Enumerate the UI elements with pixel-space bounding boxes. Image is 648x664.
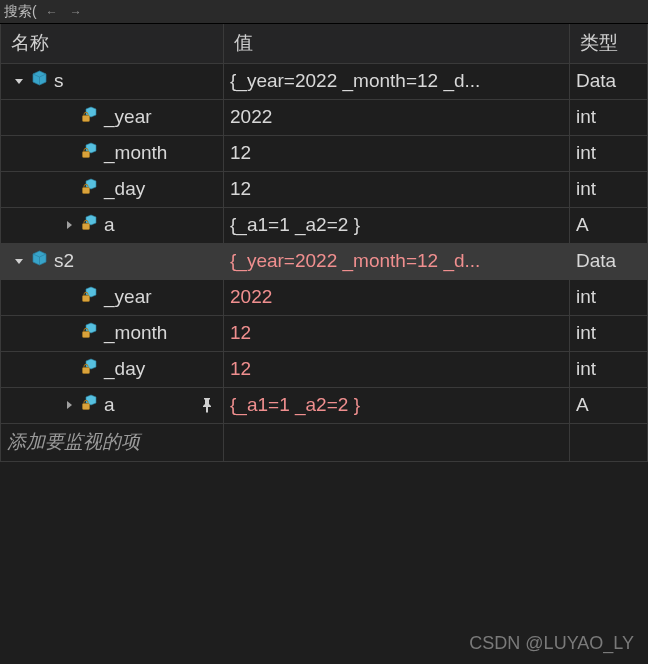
variable-name-label: a [104, 394, 115, 416]
type-cell: int [570, 100, 648, 136]
type-cell: int [570, 280, 648, 316]
private-field-icon [81, 322, 98, 344]
value-cell[interactable]: {_year=2022 _month=12 _d... [224, 64, 570, 100]
variable-name-label: a [104, 214, 115, 236]
value-cell[interactable]: 2022 [224, 280, 570, 316]
variable-name-label: _month [104, 322, 167, 344]
variable-name-label: _month [104, 142, 167, 164]
value-text: 12 [230, 322, 251, 344]
struct-icon [31, 250, 48, 272]
type-text: int [576, 286, 596, 308]
value-text: {_year=2022 _month=12 _d... [230, 250, 480, 272]
name-cell[interactable]: _month [1, 136, 224, 172]
type-text: int [576, 358, 596, 380]
private-field-icon [81, 106, 98, 128]
private-field-icon [81, 394, 98, 416]
value-cell[interactable]: 12 [224, 136, 570, 172]
type-text: int [576, 142, 596, 164]
type-text: int [576, 178, 596, 200]
type-cell: int [570, 316, 648, 352]
variable-name-label: s [54, 70, 64, 92]
value-text: {_a1=1 _a2=2 } [230, 394, 360, 416]
name-cell[interactable]: s [1, 64, 224, 100]
variable-name-label: _day [104, 178, 145, 200]
type-cell: A [570, 208, 648, 244]
toolbar-nav-next-button[interactable]: → [67, 3, 85, 21]
empty-cell [570, 424, 648, 462]
column-header-name[interactable]: 名称 [1, 24, 224, 64]
value-cell[interactable]: 12 [224, 316, 570, 352]
value-cell[interactable]: 2022 [224, 100, 570, 136]
expander-expanded-icon[interactable] [13, 75, 25, 87]
type-cell: Data [570, 64, 648, 100]
name-cell[interactable]: a [1, 388, 224, 424]
type-cell: int [570, 352, 648, 388]
value-text: 2022 [230, 106, 272, 128]
name-cell[interactable]: _day [1, 352, 224, 388]
value-text: {_year=2022 _month=12 _d... [230, 70, 480, 92]
type-text: Data [576, 250, 616, 272]
watch-grid: 名称 值 类型 s{_year=2022 _month=12 _d...Data… [0, 24, 648, 462]
name-cell[interactable]: _day [1, 172, 224, 208]
value-cell[interactable]: {_a1=1 _a2=2 } [224, 208, 570, 244]
type-text: int [576, 322, 596, 344]
type-cell: int [570, 172, 648, 208]
value-text: 12 [230, 142, 251, 164]
column-header-value[interactable]: 值 [224, 24, 570, 64]
column-header-type[interactable]: 类型 [570, 24, 648, 64]
value-cell[interactable]: {_year=2022 _month=12 _d... [224, 244, 570, 280]
value-text: {_a1=1 _a2=2 } [230, 214, 360, 236]
add-watch-input[interactable]: 添加要监视的项 [1, 424, 224, 462]
value-text: 12 [230, 358, 251, 380]
type-cell: A [570, 388, 648, 424]
variable-name-label: _year [104, 286, 152, 308]
type-text: Data [576, 70, 616, 92]
value-cell[interactable]: 12 [224, 172, 570, 208]
type-text: A [576, 214, 589, 236]
watch-window: 搜索( ← → 名称 值 类型 s{_year=2022 _month=12 _… [0, 0, 648, 664]
variable-name-label: _year [104, 106, 152, 128]
value-cell[interactable]: 12 [224, 352, 570, 388]
type-text: A [576, 394, 589, 416]
empty-cell [224, 424, 570, 462]
value-cell[interactable]: {_a1=1 _a2=2 } [224, 388, 570, 424]
type-cell: int [570, 136, 648, 172]
name-cell[interactable]: _year [1, 280, 224, 316]
name-cell[interactable]: _year [1, 100, 224, 136]
pin-icon[interactable] [197, 396, 215, 414]
type-text: int [576, 106, 596, 128]
value-text: 2022 [230, 286, 272, 308]
watermark-text: CSDN @LUYAO_LY [469, 633, 634, 654]
toolbar-nav-prev-button[interactable]: ← [43, 3, 61, 21]
private-field-icon [81, 178, 98, 200]
expander-collapsed-icon[interactable] [63, 219, 75, 231]
name-cell[interactable]: s2 [1, 244, 224, 280]
private-field-icon [81, 142, 98, 164]
toolbar-search-label: 搜索( [4, 3, 37, 21]
name-cell[interactable]: a [1, 208, 224, 244]
expander-expanded-icon[interactable] [13, 255, 25, 267]
value-text: 12 [230, 178, 251, 200]
type-cell: Data [570, 244, 648, 280]
expander-collapsed-icon[interactable] [63, 399, 75, 411]
private-field-icon [81, 214, 98, 236]
variable-name-label: s2 [54, 250, 74, 272]
watch-toolbar: 搜索( ← → [0, 0, 648, 24]
variable-name-label: _day [104, 358, 145, 380]
struct-icon [31, 70, 48, 92]
name-cell[interactable]: _month [1, 316, 224, 352]
private-field-icon [81, 286, 98, 308]
private-field-icon [81, 358, 98, 380]
